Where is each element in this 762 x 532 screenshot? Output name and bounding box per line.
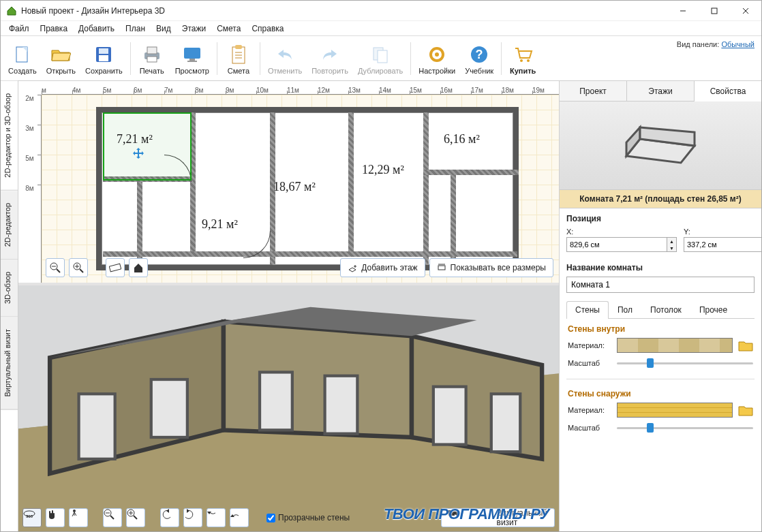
svg-rect-47 xyxy=(260,372,292,430)
window-title: Новый проект - Дизайн Интерьера 3D xyxy=(21,6,667,16)
svg-text:360: 360 xyxy=(26,514,33,518)
open-button[interactable]: Открыть xyxy=(42,40,80,77)
properties-panel: Проект Этажи Свойства Комната 7,21 м² (п… xyxy=(560,81,761,531)
tab-project[interactable]: Проект xyxy=(560,81,627,101)
svg-rect-45 xyxy=(79,394,115,459)
browse-outer-material-button[interactable] xyxy=(738,404,753,416)
page-icon xyxy=(13,45,32,64)
svg-point-55 xyxy=(73,510,76,512)
duplicate-button[interactable]: Дублировать xyxy=(353,40,408,77)
zoom-out-3d-button[interactable] xyxy=(103,508,122,527)
menu-floors[interactable]: Этажи xyxy=(177,22,211,35)
create-button[interactable]: Создать xyxy=(3,40,42,77)
title-bar: Новый проект - Дизайн Интерьера 3D xyxy=(1,1,761,21)
rotate-left-button[interactable] xyxy=(160,508,179,527)
estimate-button[interactable]: Смета xyxy=(220,40,257,77)
rotate-right-button[interactable] xyxy=(183,508,202,527)
svg-point-26 xyxy=(520,59,523,62)
zoom-out-button[interactable] xyxy=(46,258,65,277)
subtab-walls[interactable]: Стены xyxy=(566,301,609,319)
menu-file[interactable]: Файл xyxy=(3,22,35,35)
selected-room[interactable] xyxy=(103,112,192,181)
room-area-3: 12,29 м² xyxy=(362,163,404,177)
close-button[interactable] xyxy=(730,1,761,21)
subtab-other[interactable]: Прочее xyxy=(690,301,736,318)
tab-floors[interactable]: Этажи xyxy=(627,81,695,101)
svg-line-58 xyxy=(110,516,114,519)
rotate-right-icon xyxy=(184,509,202,527)
position-title: Позиция xyxy=(566,214,755,223)
redo-icon xyxy=(320,47,339,62)
walls-inner-title: Стены внутри xyxy=(568,324,753,334)
save-icon xyxy=(95,46,112,63)
menu-plan[interactable]: План xyxy=(120,22,151,35)
ruler-vertical: 2м 3м 5м 8м xyxy=(18,95,42,283)
walls-outer-title: Стены снаружи xyxy=(568,389,753,398)
svg-marker-43 xyxy=(224,322,412,437)
print-button[interactable]: Печать xyxy=(134,40,170,77)
tilt-up-icon xyxy=(230,509,248,527)
side-tab-3d[interactable]: 3D-обзор xyxy=(1,260,18,317)
zoom-in-button[interactable] xyxy=(69,258,88,277)
dimensions-icon xyxy=(437,263,446,272)
preview-button[interactable]: Просмотр xyxy=(170,40,214,77)
menu-view[interactable]: Вид xyxy=(151,22,177,35)
tilt-up-button[interactable] xyxy=(230,508,249,527)
svg-rect-38 xyxy=(438,266,445,270)
save-button[interactable]: Сохранить xyxy=(80,40,127,77)
plan-2d-view[interactable]: м4м5м6м7м8м9м10м11м12м13м14м15м16м17м18м… xyxy=(18,81,559,285)
spin-up-icon[interactable]: ▲ xyxy=(667,238,676,245)
subtab-floor[interactable]: Пол xyxy=(609,301,641,318)
side-tab-virtual[interactable]: Виртуальный визит xyxy=(1,317,18,410)
view-3d[interactable]: 360 Прозрачные стены Виртуальный визит Т… xyxy=(18,285,559,531)
side-tab-2d[interactable]: 2D-редактор xyxy=(1,191,18,260)
inner-scale-slider[interactable] xyxy=(617,357,753,369)
redo-button[interactable]: Повторить xyxy=(307,40,353,77)
maximize-button[interactable] xyxy=(699,1,730,21)
watermark: ТВОИ ПРОГРАММЫ РУ xyxy=(384,505,549,523)
svg-rect-7 xyxy=(99,48,108,54)
room-name-input[interactable] xyxy=(566,277,755,293)
move-handle-icon[interactable] xyxy=(132,148,145,161)
browse-inner-material-button[interactable] xyxy=(738,339,753,351)
buy-button[interactable]: Купить xyxy=(504,40,541,77)
outer-scale-slider[interactable] xyxy=(617,422,753,434)
pos-y-input[interactable]: ▲▼ xyxy=(684,237,762,252)
menu-add[interactable]: Добавить xyxy=(73,22,120,35)
transparent-walls-checkbox[interactable]: Прозрачные стены xyxy=(266,513,350,522)
orbit-button[interactable]: 360 xyxy=(22,508,42,527)
room-info-label: Комната 7,21 м² (площадь стен 26,85 м²) xyxy=(560,190,761,208)
menu-estimate[interactable]: Смета xyxy=(211,22,246,35)
walk-icon xyxy=(70,509,87,527)
menu-edit[interactable]: Правка xyxy=(35,22,74,35)
gear-icon xyxy=(427,45,446,64)
zoom-in-3d-button[interactable] xyxy=(126,508,145,527)
outer-material-swatch[interactable] xyxy=(617,403,733,418)
room-area-4: 18,67 м² xyxy=(273,180,316,194)
tab-properties[interactable]: Свойства xyxy=(695,81,761,101)
pan-button[interactable] xyxy=(46,508,65,527)
add-floor-button[interactable]: Добавить этаж xyxy=(340,258,425,277)
side-tabs: 2D-редактор и 3D-обзор 2D-редактор 3D-об… xyxy=(1,81,18,531)
show-dims-button[interactable]: Показывать все размеры xyxy=(429,258,553,277)
svg-rect-50 xyxy=(491,394,520,452)
panel-mode-link[interactable]: Обычный xyxy=(721,40,755,48)
tilt-down-button[interactable] xyxy=(207,508,226,527)
inner-material-swatch[interactable] xyxy=(617,338,733,353)
panel-mode-label: Вид панели: Обычный xyxy=(677,40,755,48)
subtab-ceiling[interactable]: Потолок xyxy=(641,301,690,318)
tutorial-button[interactable]: ?Учебник xyxy=(460,40,498,77)
spin-down-icon[interactable]: ▼ xyxy=(667,245,676,251)
home-button[interactable] xyxy=(129,258,148,277)
home-icon xyxy=(133,262,144,273)
menu-help[interactable]: Справка xyxy=(246,22,289,35)
side-tab-2d-3d[interactable]: 2D-редактор и 3D-обзор xyxy=(1,81,18,191)
ruler-icon xyxy=(109,263,121,272)
minimize-button[interactable] xyxy=(667,1,699,21)
pos-x-input[interactable]: ▲▼ xyxy=(566,237,677,252)
walk-button[interactable] xyxy=(69,508,88,527)
settings-button[interactable]: Настройки xyxy=(414,40,460,77)
undo-button[interactable]: Отменить xyxy=(263,40,307,77)
measure-button[interactable] xyxy=(106,258,125,277)
svg-rect-1 xyxy=(712,8,717,14)
